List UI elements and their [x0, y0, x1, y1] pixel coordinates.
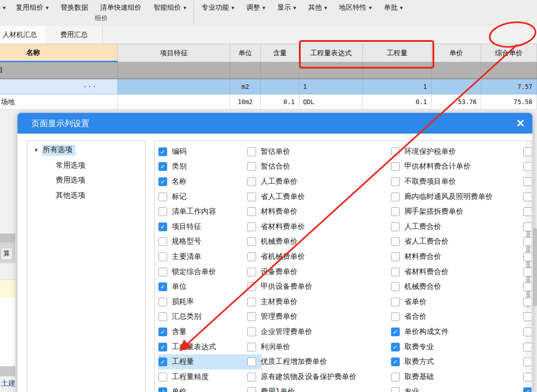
checkbox-option[interactable]: 暂估单价	[247, 144, 383, 159]
checkbox-option[interactable]: 规格型号	[158, 234, 262, 250]
ribbon-menu-item[interactable]: 清单快速组价	[94, 2, 147, 13]
checkbox-option[interactable]: 管理费单价	[247, 310, 383, 325]
checkbox-unchecked-icon[interactable]	[247, 177, 256, 186]
checkbox-option[interactable]: 主要清单	[158, 249, 262, 264]
checkbox-checked-icon[interactable]: ✓	[158, 162, 167, 171]
grid-header-cell[interactable]: 名称	[0, 44, 118, 62]
tree-item-all-options[interactable]: ▼ 所有选项	[35, 145, 145, 156]
checkbox-option[interactable]	[523, 174, 532, 189]
checkbox-unchecked-icon[interactable]	[523, 373, 532, 381]
checkbox-unchecked-icon[interactable]	[247, 237, 256, 246]
checkbox-checked-icon[interactable]: ✓	[391, 328, 400, 336]
ribbon-menu-item[interactable]: 地区特性▼	[333, 2, 378, 13]
checkbox-option[interactable]: 专业	[391, 385, 525, 392]
checkbox-option[interactable]: ✓单价	[158, 385, 262, 392]
grid-header-cell[interactable]: 含量	[261, 44, 299, 62]
checkbox-option[interactable]: 省机械费单价	[247, 249, 383, 264]
grid-header-cell[interactable]: 项目特征	[118, 44, 230, 62]
checkbox-option[interactable]: 标记	[158, 189, 262, 205]
checkbox-unchecked-icon[interactable]	[158, 373, 167, 381]
checkbox-option[interactable]: 设备费单价	[247, 264, 383, 280]
checkbox-option[interactable]	[523, 144, 532, 159]
checkbox-option[interactable]: 企业管理费单价	[247, 324, 383, 339]
checkbox-unchecked-icon[interactable]	[391, 312, 400, 321]
checkbox-option[interactable]: 汇总类别	[158, 310, 262, 325]
checkbox-option[interactable]: 暂估合价	[247, 159, 383, 175]
checkbox-checked-icon[interactable]: ✓	[158, 177, 167, 186]
ribbon-menu-item[interactable]: 替换数据	[54, 2, 94, 13]
grid-header-cell[interactable]: 工程量表达式	[299, 44, 363, 62]
checkbox-option[interactable]: 原有建筑物及设备保护费单价	[247, 369, 383, 385]
checkbox-unchecked-icon[interactable]	[247, 343, 256, 351]
ribbon-menu-item[interactable]: 其他▼	[302, 2, 333, 13]
checkbox-option[interactable]	[523, 159, 532, 175]
view-tab[interactable]: 费用汇总	[46, 26, 103, 43]
checkbox-unchecked-icon[interactable]	[523, 328, 532, 336]
checkbox-option[interactable]: 甲供材料费合计单价	[391, 159, 525, 175]
ellipsis-button[interactable]: ···	[83, 83, 97, 90]
checkbox-checked-icon[interactable]: ✓	[158, 222, 167, 231]
checkbox-option[interactable]: ✓含量	[158, 324, 262, 339]
grid-header-cell[interactable]: 工程量	[363, 44, 432, 62]
checkbox-option[interactable]	[523, 264, 532, 280]
checkbox-option[interactable]	[523, 219, 532, 234]
checkbox-option[interactable]: 取费基础	[391, 369, 525, 385]
checkbox-option[interactable]: 机械费合价	[391, 279, 525, 294]
checkbox-option[interactable]	[523, 354, 532, 369]
checkbox-option[interactable]: ✓单价构成文件	[391, 324, 525, 339]
checkbox-option[interactable]	[523, 339, 532, 355]
checkbox-unchecked-icon[interactable]	[523, 237, 532, 246]
checkbox-unchecked-icon[interactable]	[391, 282, 400, 291]
checkbox-option[interactable]: ✓单位	[158, 279, 262, 294]
checkbox-unchecked-icon[interactable]	[391, 237, 400, 246]
grid-header-cell[interactable]: 综合单价	[481, 44, 537, 62]
checkbox-option[interactable]: ✓项目特征	[158, 219, 262, 234]
row-name-cell[interactable]: 场地	[0, 94, 118, 110]
checkbox-unchecked-icon[interactable]	[391, 373, 400, 381]
checkbox-unchecked-icon[interactable]	[391, 387, 400, 392]
checkbox-option[interactable]: 廊内临时通风及照明费单价	[391, 189, 525, 205]
checkbox-option[interactable]: 工程量精度	[158, 369, 262, 385]
table-row[interactable]: ···m2117.57	[0, 79, 537, 94]
row-name-cell[interactable]: ···	[0, 79, 118, 94]
checkbox-option[interactable]: 机械费单价	[247, 234, 383, 250]
checkbox-unchecked-icon[interactable]	[158, 237, 167, 246]
checkbox-option[interactable]	[523, 189, 532, 205]
checkbox-unchecked-icon[interactable]	[391, 252, 400, 261]
checkbox-checked-icon[interactable]: ✓	[158, 282, 167, 291]
checkbox-unchecked-icon[interactable]	[391, 162, 400, 171]
row-name-cell[interactable]: 目	[0, 62, 118, 79]
checkbox-unchecked-icon[interactable]	[158, 252, 167, 261]
checkbox-option[interactable]: 优质工程增加费单价	[247, 354, 383, 369]
checkbox-option[interactable]: 省单价	[391, 294, 525, 310]
checkbox-unchecked-icon[interactable]	[391, 147, 400, 156]
checkbox-unchecked-icon[interactable]	[247, 298, 256, 306]
checkbox-option[interactable]: 清单工作内容	[158, 204, 262, 219]
checkbox-unchecked-icon[interactable]	[523, 222, 532, 231]
checkbox-unchecked-icon[interactable]	[247, 373, 256, 381]
checkbox-unchecked-icon[interactable]	[523, 268, 532, 276]
checkbox-option[interactable]: 省材料费单价	[247, 219, 383, 234]
ribbon-menu-item[interactable]: 智能组价▼	[147, 2, 192, 13]
checkbox-unchecked-icon[interactable]	[158, 207, 167, 216]
checkbox-unchecked-icon[interactable]	[247, 328, 256, 336]
checkbox-unchecked-icon[interactable]	[523, 252, 532, 261]
tree-item[interactable]: 费用选项	[56, 173, 145, 188]
checkbox-option[interactable]: ✓名称	[158, 174, 262, 189]
checkbox-unchecked-icon[interactable]	[247, 222, 256, 231]
checkbox-unchecked-icon[interactable]	[247, 147, 256, 156]
checkbox-option[interactable]	[523, 324, 532, 339]
checkbox-option[interactable]: 材料费单价	[247, 204, 383, 219]
checkbox-option[interactable]: ✓工程量	[158, 354, 262, 369]
checkbox-unchecked-icon[interactable]	[523, 282, 532, 291]
checkbox-option[interactable]: 省材料费合价	[391, 264, 525, 280]
checkbox-option[interactable]: 费用1单价	[247, 385, 383, 392]
checkbox-option[interactable]: ✓取费专业	[391, 339, 525, 355]
checkbox-unchecked-icon[interactable]	[247, 162, 256, 171]
grid-header-cell[interactable]: 单价	[432, 44, 481, 62]
checkbox-checked-icon[interactable]: ✓	[158, 357, 167, 366]
ribbon-menu-item[interactable]: 复用组价▼	[10, 2, 54, 13]
checkbox-unchecked-icon[interactable]	[523, 193, 532, 201]
checkbox-unchecked-icon[interactable]	[391, 268, 400, 276]
checkbox-option[interactable]: 省合价	[391, 310, 525, 325]
